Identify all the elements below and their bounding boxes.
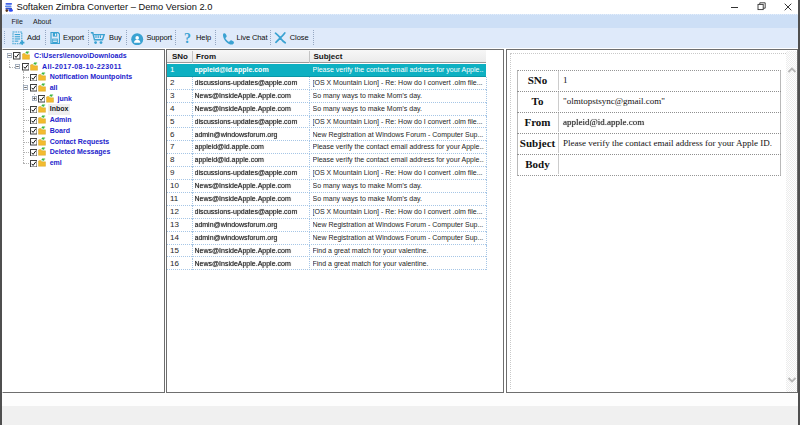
svg-text:?: ? (184, 31, 191, 45)
